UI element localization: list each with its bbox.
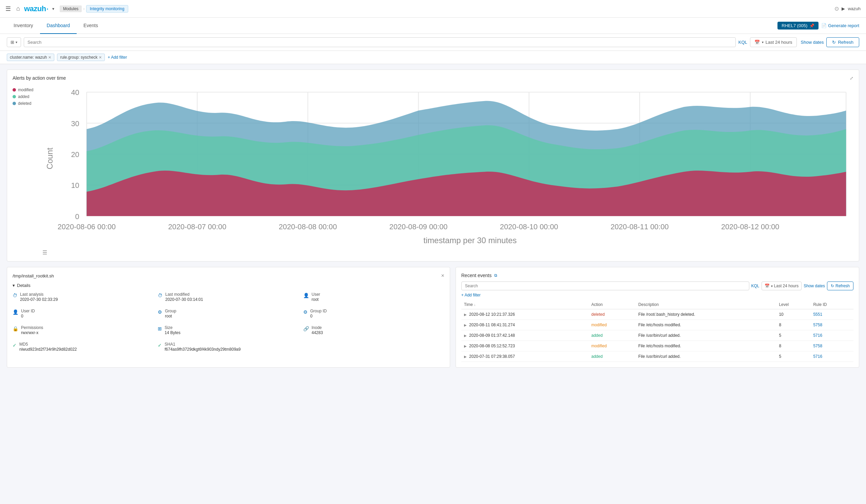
cell-level: 8: [776, 341, 810, 351]
svg-text:2020-08-11 00:00: 2020-08-11 00:00: [611, 223, 669, 231]
events-kql-button[interactable]: KQL: [751, 283, 759, 288]
cell-ruleid: 5758: [810, 320, 853, 331]
refresh-icon: ↻: [832, 40, 836, 45]
active-filters: cluster.name: wazuh ✕ rule.group: sysche…: [0, 51, 866, 64]
modules-breadcrumb[interactable]: Modules: [60, 5, 82, 12]
detail-last-modified: ⏱ Last modified 2020-07-30 03:14:01: [158, 292, 299, 302]
kql-button[interactable]: KQL: [739, 40, 747, 45]
remove-filter-rulegroup[interactable]: ✕: [99, 55, 102, 60]
row-expand-icon[interactable]: ▶: [464, 313, 467, 316]
row-expand-icon[interactable]: ▶: [464, 344, 467, 348]
agent-chip[interactable]: RHEL7 (005) 📌: [777, 22, 819, 30]
breadcrumb: Modules › Integrity monitoring: [60, 5, 128, 13]
events-date-filter[interactable]: 📅 ▾ Last 24 hours: [762, 281, 802, 290]
settings-icon[interactable]: ⊙: [834, 5, 839, 12]
events-show-dates-button[interactable]: Show dates: [803, 283, 825, 288]
rule-id-link[interactable]: 5716: [813, 333, 822, 338]
details-grid: ⏱ Last analysis 2020-07-30 02:33:29 ⏱ La…: [13, 292, 444, 352]
table-row: ▶ 2020-07-31 07:29:38.057 added File /us…: [461, 351, 853, 362]
expand-icon[interactable]: ⤢: [850, 76, 853, 81]
detail-permissions: 🔒 Permissions rwxrwxr-x: [13, 325, 154, 335]
detail-sha1: ✓ SHA1 f674as9fh3729dkgt6f4k903ndy29tm80…: [158, 342, 299, 352]
detail-md5: ✓ MD5 niwud923rd2f734r9h29d82d022: [13, 342, 154, 352]
user-icon: ▶: [842, 6, 845, 11]
detail-user: 👤 User root: [303, 292, 444, 302]
row-expand-icon[interactable]: ▶: [464, 323, 467, 327]
svg-text:timestamp per 30 minutes: timestamp per 30 minutes: [423, 236, 517, 245]
events-refresh-icon: ↻: [831, 283, 834, 288]
rule-id-link[interactable]: 5758: [813, 344, 822, 348]
page-breadcrumb[interactable]: Integrity monitoring: [86, 5, 128, 13]
filter-caret-icon: ▾: [15, 40, 17, 44]
detail-last-analysis: ⏱ Last analysis 2020-07-30 02:33:29: [13, 292, 154, 302]
filter-save-icon: ⊞: [11, 40, 14, 45]
bottom-row: /tmp/install_rootkit.sh × ▾ Details ⏱ La…: [7, 267, 859, 368]
row-expand-icon[interactable]: ▶: [464, 334, 467, 337]
events-date-caret: ▾: [771, 284, 773, 288]
home-icon[interactable]: ⌂: [16, 5, 20, 12]
detail-userid: 👤 User ID 0: [13, 309, 154, 318]
show-dates-button[interactable]: Show dates: [801, 40, 824, 45]
add-filter-button[interactable]: + Add filter: [108, 55, 127, 60]
date-filter-button[interactable]: 📅 ▾ Last 24 hours: [750, 37, 797, 47]
events-add-filter-row: + Add filter: [461, 292, 853, 298]
table-row: ▶ 2020-08-12 10:21:37.326 deleted File /…: [461, 309, 853, 320]
cell-description: File /etc/hosts modified.: [636, 320, 776, 331]
chart-svg-area: 0 10 20 30 40 Count 2020-08-06 00:00: [42, 85, 853, 256]
cell-time: ▶ 2020-08-09 01:37:42.148: [461, 331, 589, 341]
events-refresh-button[interactable]: ↻ Refresh: [827, 281, 853, 290]
calendar-icon: 📅: [754, 40, 760, 45]
rule-id-link[interactable]: 5551: [813, 312, 822, 317]
chart-title: Alerts by action over time: [13, 75, 66, 81]
group-icon: ⚙: [158, 309, 162, 315]
events-add-filter-button[interactable]: + Add filter: [461, 293, 481, 298]
sha1-check-icon: ✓: [158, 343, 162, 348]
file-name: /tmp/install_rootkit.sh: [13, 273, 54, 279]
date-label: Last 24 hours: [766, 40, 792, 45]
refresh-button[interactable]: ↻ Refresh: [826, 37, 859, 47]
detail-group: ⚙ Group root: [158, 309, 299, 318]
col-ruleid: Rule ID: [810, 300, 853, 309]
tab-events[interactable]: Events: [77, 18, 105, 34]
details-toggle[interactable]: ▾ Details: [13, 283, 444, 288]
area-chart-svg: 0 10 20 30 40 Count 2020-08-06 00:00: [42, 85, 853, 247]
legend-item-deleted: deleted: [13, 101, 40, 106]
rule-id-link[interactable]: 5716: [813, 354, 822, 359]
clock2-icon: ⏱: [158, 293, 163, 298]
remove-filter-cluster[interactable]: ✕: [48, 55, 51, 60]
search-input[interactable]: [24, 37, 736, 47]
list-view-icon[interactable]: ☰: [42, 250, 47, 255]
cell-action: deleted: [589, 309, 636, 320]
cell-action: modified: [589, 341, 636, 351]
report-icon: 📄: [821, 23, 826, 28]
menu-icon[interactable]: ☰: [5, 5, 11, 13]
cell-time: ▶ 2020-08-12 10:21:37.326: [461, 309, 589, 320]
sort-icon[interactable]: ↓: [474, 303, 476, 306]
legend-item-modified: modified: [13, 88, 40, 92]
cell-description: File /usr/bin/curl added.: [636, 331, 776, 341]
tab-dashboard[interactable]: Dashboard: [40, 18, 77, 34]
svg-text:2020-08-09 00:00: 2020-08-09 00:00: [389, 223, 447, 231]
filter-type-button[interactable]: ⊞ ▾: [7, 37, 21, 47]
file-panel-header: /tmp/install_rootkit.sh ×: [13, 273, 444, 279]
logo: wazuh●: [24, 4, 48, 13]
events-panel: Recent events ⧉ KQL 📅 ▾ Last 24 hours Sh…: [456, 267, 859, 368]
row-expand-icon[interactable]: ▶: [464, 355, 467, 358]
logo-caret-icon[interactable]: ▾: [52, 7, 54, 11]
svg-text:40: 40: [71, 88, 79, 97]
legend-dot-added: [13, 95, 16, 98]
rule-id-link[interactable]: 5758: [813, 323, 822, 327]
col-level: Level: [776, 300, 810, 309]
external-link-icon[interactable]: ⧉: [494, 273, 497, 278]
events-panel-header: Recent events ⧉: [461, 273, 853, 278]
cell-ruleid: 5716: [810, 331, 853, 341]
cell-ruleid: 5758: [810, 341, 853, 351]
generate-report-button[interactable]: 📄 Generate report: [821, 23, 859, 28]
svg-text:2020-08-06 00:00: 2020-08-06 00:00: [58, 223, 116, 231]
events-search-input[interactable]: [461, 281, 749, 290]
tab-inventory[interactable]: Inventory: [7, 18, 40, 34]
close-button[interactable]: ×: [441, 273, 444, 279]
events-table-body: ▶ 2020-08-12 10:21:37.326 deleted File /…: [461, 309, 853, 362]
filter-bar: ⊞ ▾ KQL 📅 ▾ Last 24 hours Show dates ↻ R…: [0, 34, 866, 51]
legend-item-added: added: [13, 94, 40, 99]
